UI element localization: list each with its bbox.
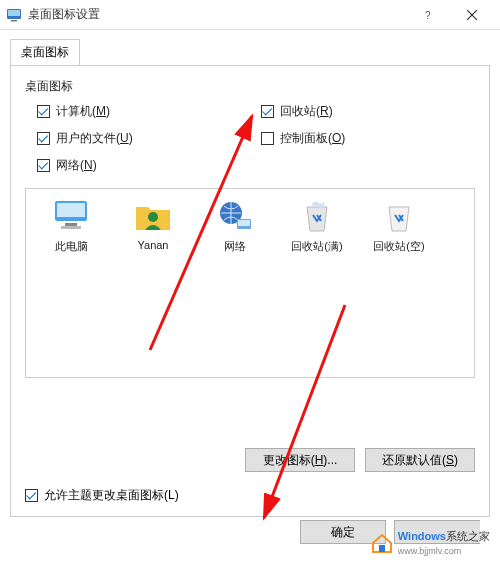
checkbox-icon [37, 132, 50, 145]
icon-label: 此电脑 [32, 239, 110, 254]
network-globe-icon [215, 199, 255, 233]
group-label: 桌面图标 [25, 78, 475, 95]
restore-defaults-button[interactable]: 还原默认值(S) [365, 448, 475, 472]
icon-label: 网络 [196, 239, 274, 254]
change-icon-button[interactable]: 更改图标(H)... [245, 448, 355, 472]
icon-preview-list: 此电脑 Yanan 网络 回收站(满) 回收站(空) [25, 188, 475, 378]
check-recyclebin[interactable]: 回收站(R) [261, 103, 475, 120]
svg-rect-1 [8, 10, 20, 16]
checkbox-icon [261, 105, 274, 118]
svg-rect-16 [379, 545, 385, 552]
icon-item-user[interactable]: Yanan [114, 199, 192, 251]
watermark: Windows系统之家 www.bjjmlv.com [370, 529, 490, 556]
monitor-icon [51, 199, 91, 233]
user-folder-icon [133, 199, 173, 233]
svg-rect-13 [238, 220, 250, 226]
checkbox-icon [37, 159, 50, 172]
icon-item-recyclebin-empty[interactable]: 回收站(空) [360, 199, 438, 254]
checkbox-icon [25, 489, 38, 502]
recyclebin-empty-icon [379, 199, 419, 233]
svg-text:?: ? [425, 10, 431, 20]
icon-label: 回收站(空) [360, 239, 438, 254]
checkbox-icon [261, 132, 274, 145]
check-network[interactable]: 网络(N) [37, 157, 251, 174]
tab-strip: 桌面图标 [0, 30, 500, 65]
recyclebin-full-icon [297, 199, 337, 233]
icon-action-buttons: 更改图标(H)... 还原默认值(S) [245, 448, 475, 472]
icon-item-recyclebin-full[interactable]: 回收站(满) [278, 199, 356, 254]
close-button[interactable] [450, 0, 494, 30]
check-computer[interactable]: 计算机(M) [37, 103, 251, 120]
svg-rect-7 [57, 203, 85, 217]
tab-panel: 桌面图标 计算机(M) 回收站(R) 用户的文件(U) 控制面板(O) 网络(N… [10, 65, 490, 517]
titlebar: 桌面图标设置 ? [0, 0, 500, 30]
svg-point-10 [148, 212, 158, 222]
icon-label: Yanan [114, 239, 192, 251]
svg-rect-2 [11, 20, 17, 22]
check-controlpanel[interactable]: 控制面板(O) [261, 130, 475, 147]
check-allow-theme[interactable]: 允许主题更改桌面图标(L) [25, 487, 179, 504]
icon-item-network[interactable]: 网络 [196, 199, 274, 254]
window-title: 桌面图标设置 [28, 6, 100, 23]
help-button[interactable]: ? [406, 0, 450, 30]
app-icon [6, 7, 22, 23]
house-logo-icon [370, 531, 394, 555]
check-userfiles[interactable]: 用户的文件(U) [37, 130, 251, 147]
icon-item-thispc[interactable]: 此电脑 [32, 199, 110, 254]
svg-rect-8 [65, 223, 77, 226]
tab-desktop-icons[interactable]: 桌面图标 [10, 39, 80, 66]
icon-label: 回收站(满) [278, 239, 356, 254]
svg-rect-9 [61, 226, 81, 229]
desktop-icons-checkgrid: 计算机(M) 回收站(R) 用户的文件(U) 控制面板(O) 网络(N) [37, 103, 475, 174]
checkbox-icon [37, 105, 50, 118]
